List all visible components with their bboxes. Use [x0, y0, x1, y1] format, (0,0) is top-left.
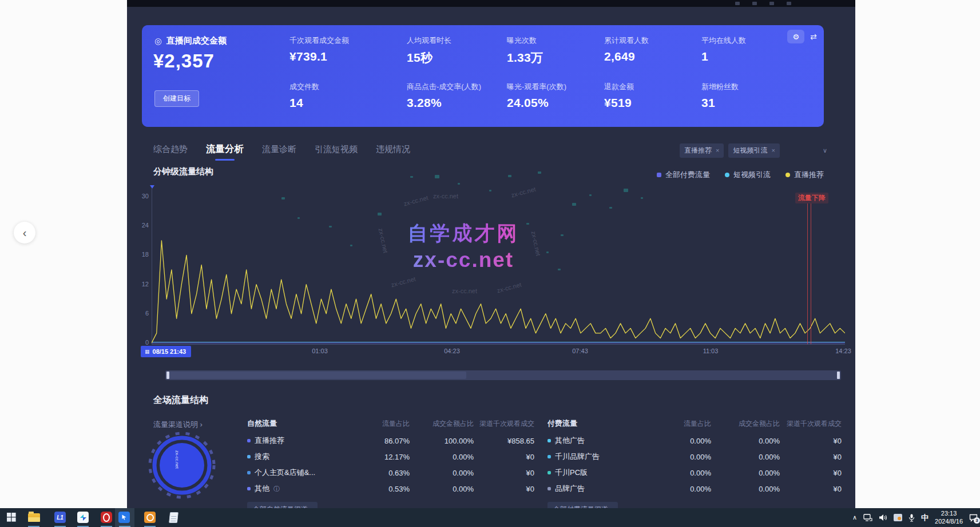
- column-header: 成交金额占比: [410, 419, 474, 429]
- row-label-text: 直播推荐: [255, 436, 284, 446]
- titlebar-icon[interactable]: [752, 2, 757, 5]
- traffic-drop-annotation: 流量下降: [795, 193, 828, 203]
- calendar-grid-icon: ▦: [145, 349, 150, 354]
- table-row: 其他ⓘ0.53%0.00%¥0: [247, 484, 535, 494]
- metric-label: 人均观看时长: [407, 35, 507, 46]
- legend-item[interactable]: 直播推荐: [785, 170, 824, 180]
- tab-违规情况[interactable]: 违规情况: [376, 144, 410, 155]
- tab-流量诊断[interactable]: 流量诊断: [262, 144, 296, 155]
- y-tick-label: 30: [132, 193, 149, 199]
- titlebar-icon[interactable]: [769, 2, 774, 5]
- slider-left-handle[interactable]: [166, 372, 169, 379]
- ime-indicator[interactable]: 中: [921, 513, 929, 523]
- paid-traffic-table: 付费流量流量占比成交金额占比渠道千次观看成交其他广告0.00%0.00%¥0千川…: [547, 418, 843, 517]
- traffic-share-value: 0.00%: [650, 437, 711, 445]
- row-label-text: 个人主页&店铺&...: [255, 468, 315, 478]
- titlebar-icon[interactable]: [735, 2, 740, 5]
- hero-metric: 千次观看成交金额¥739.1: [289, 35, 407, 66]
- y-tick-label: 0: [132, 339, 149, 346]
- column-header: 渠道千次观看成交: [780, 419, 842, 429]
- hero-metric: 退款金额¥519: [604, 82, 701, 110]
- file-explorer-button[interactable]: [27, 511, 40, 524]
- legend-swatch-icon: [725, 173, 729, 177]
- create-goal-button[interactable]: 创建目标: [154, 90, 199, 107]
- traffic-filter-select[interactable]: 直播推荐×短视频引流× ∨: [680, 142, 827, 159]
- row-label: 千川品牌广告: [547, 452, 650, 462]
- traffic-share-value: 0.00%: [650, 485, 711, 493]
- natural-traffic-table: 自然流量流量占比成交金额占比渠道千次观看成交直播推荐86.07%100.00%¥…: [247, 418, 535, 517]
- live-recommend-line: [152, 241, 845, 343]
- column-header: 渠道千次观看成交: [474, 419, 534, 429]
- taskbar-clock[interactable]: 23:13 2024/8/16: [935, 510, 963, 526]
- titlebar-icon[interactable]: [787, 2, 791, 5]
- slider-right-handle[interactable]: [837, 372, 840, 379]
- snip-preview-icon[interactable]: [894, 514, 902, 521]
- row-label: 其他ⓘ: [247, 484, 350, 494]
- volume-icon[interactable]: [879, 514, 887, 521]
- column-header: 流量占比: [350, 419, 410, 429]
- gmv-title-row: ◎ 直播间成交金额: [154, 35, 227, 46]
- gmv-share-value: 0.00%: [711, 437, 780, 445]
- metric-value: 1: [701, 50, 787, 63]
- microphone-icon[interactable]: [908, 514, 915, 522]
- clock-time: 23:13: [935, 510, 963, 518]
- network-icon[interactable]: [863, 514, 872, 521]
- row-label: 直播推荐: [247, 436, 350, 446]
- cursor-app-icon: [118, 512, 130, 523]
- notification-center-button[interactable]: 3: [969, 514, 978, 522]
- channel-bullet-icon: [547, 471, 551, 474]
- opera-browser-button[interactable]: [100, 511, 113, 524]
- row-label: 品牌广告: [547, 484, 650, 494]
- gmv-share-value: 0.00%: [410, 453, 474, 461]
- tab-综合趋势[interactable]: 综合趋势: [153, 144, 188, 155]
- row-label: 其他广告: [547, 436, 650, 446]
- channel-bullet-icon: [547, 455, 551, 458]
- legend-item[interactable]: 全部付费流量: [657, 170, 710, 180]
- per-thousand-value: ¥0: [780, 453, 842, 461]
- legend-label: 全部付费流量: [665, 170, 710, 180]
- metric-value: 14: [289, 96, 407, 110]
- app-cursor-button[interactable]: [118, 511, 130, 524]
- hero-metric: 曝光次数1.33万: [507, 35, 604, 66]
- orange-app-icon: [144, 512, 156, 523]
- row-label: 千川PC版: [547, 468, 650, 478]
- opera-icon: [101, 512, 112, 523]
- column-header: 成交金额占比: [711, 419, 780, 429]
- swap-metrics-icon[interactable]: ⇄: [810, 32, 817, 41]
- remove-tag-icon[interactable]: ×: [716, 147, 719, 154]
- per-thousand-value: ¥0: [780, 485, 842, 493]
- start-button[interactable]: [5, 511, 18, 524]
- metric-value: 15秒: [407, 50, 507, 66]
- video-artifact: [410, 176, 413, 178]
- app-teal-button[interactable]: [77, 511, 89, 524]
- traffic-donut-chart[interactable]: [146, 429, 217, 500]
- metric-label: 新增粉丝数: [701, 82, 787, 92]
- chart-range-slider[interactable]: [165, 370, 841, 380]
- filter-tag[interactable]: 直播推荐×: [680, 143, 724, 158]
- chevron-down-icon[interactable]: ∨: [823, 147, 827, 154]
- hero-metric: 累计观看人数2,649: [604, 35, 701, 66]
- tray-expand-chevron[interactable]: ∧: [852, 514, 857, 521]
- hero-metric: 新增粉丝数31: [701, 82, 787, 110]
- tab-引流短视频[interactable]: 引流短视频: [315, 144, 358, 155]
- windows-taskbar: L1 ∧: [0, 508, 980, 527]
- app-l1-button[interactable]: L1: [54, 511, 66, 524]
- filter-tag[interactable]: 短视频引流×: [728, 143, 779, 158]
- tab-流量分析[interactable]: 流量分析: [206, 143, 244, 155]
- row-label-text: 千川品牌广告: [555, 452, 600, 462]
- metric-value: ¥519: [604, 96, 701, 110]
- gmv-share-value: 0.00%: [711, 469, 780, 477]
- per-thousand-value: ¥858.65: [474, 437, 534, 445]
- previous-page-button[interactable]: ‹: [14, 222, 35, 243]
- remove-tag-icon[interactable]: ×: [771, 147, 775, 154]
- window-titlebar: [127, 0, 855, 7]
- legend-item[interactable]: 短视频引流: [725, 170, 771, 180]
- y-tick-label: 12: [132, 281, 149, 288]
- video-artifact: [508, 175, 511, 177]
- settings-button[interactable]: ⚙: [787, 30, 804, 43]
- notepad-button[interactable]: [167, 511, 180, 524]
- app-orange-button[interactable]: [144, 511, 156, 524]
- banner-tools: ⚙ ⇄: [787, 30, 817, 43]
- metric-label: 退款金额: [604, 82, 701, 92]
- minute-traffic-chart[interactable]: [152, 190, 845, 344]
